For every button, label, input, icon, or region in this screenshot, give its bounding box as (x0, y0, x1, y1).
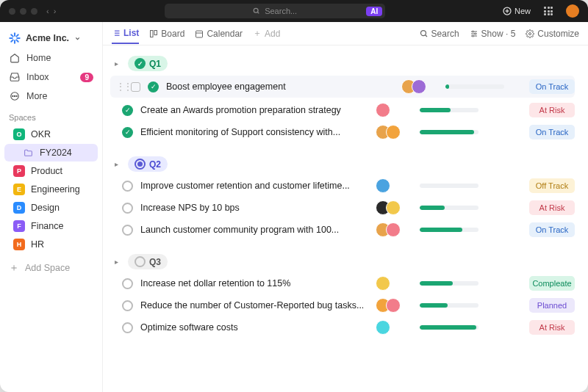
svg-line-11 (11, 40, 12, 41)
sliders-icon (470, 29, 478, 38)
toolbar-show[interactable]: Show · 5 (470, 24, 516, 43)
nav-home[interactable]: Home (0, 48, 102, 68)
task-name: Optimize software costs (140, 322, 368, 333)
group-chip: Q2 (128, 156, 168, 172)
task-row[interactable]: Launch customer community program with 1… (110, 219, 575, 241)
drag-handle-icon[interactable]: ⋮⋮ (116, 81, 123, 92)
group-chip: Q3 (128, 254, 168, 269)
task-row[interactable]: Improve customer retention and customer … (110, 175, 575, 197)
user-avatar[interactable] (566, 4, 579, 18)
plus-circle-icon (503, 7, 512, 15)
assignees (376, 320, 408, 335)
progress-bar (420, 228, 478, 232)
board-icon (149, 29, 158, 38)
sidebar-space-hr[interactable]: HHR (4, 236, 98, 253)
status-tag: On Track (529, 79, 575, 94)
group-header-q3[interactable]: ▸Q3 (110, 251, 575, 272)
sidebar-space-finance[interactable]: FFinance (4, 217, 98, 235)
svg-point-16 (16, 95, 17, 96)
svg-line-10 (16, 40, 18, 41)
space-badge: O (13, 128, 25, 140)
task-row[interactable]: Reduce the number of Customer-Reported b… (110, 294, 575, 316)
svg-point-14 (12, 95, 13, 96)
sidebar-space-fy2024[interactable]: FY2024 (4, 144, 98, 161)
progress-bar (420, 206, 478, 210)
new-button[interactable]: New (503, 7, 531, 15)
caret-icon: ▸ (110, 160, 122, 168)
status-open-icon (122, 300, 133, 311)
task-row[interactable]: Increase NPS by 10 bpsAt Risk (110, 197, 575, 219)
assignee-avatar[interactable] (412, 79, 426, 94)
view-board[interactable]: Board (149, 24, 184, 43)
task-name: Launch customer community program with 1… (140, 225, 368, 235)
assignees (376, 103, 408, 117)
apps-grid-icon[interactable] (544, 7, 553, 15)
progress-bar (420, 184, 478, 188)
nav-arrows[interactable]: ‹› (46, 7, 56, 15)
sidebar-space-okr[interactable]: OOKR (4, 126, 98, 143)
nav-more[interactable]: More (0, 87, 102, 106)
sidebar-space-product[interactable]: PProduct (4, 162, 98, 180)
assignee-avatar[interactable] (376, 178, 390, 193)
assignee-avatar[interactable] (376, 103, 390, 117)
add-space-button[interactable]: ＋ Add Space (0, 257, 102, 279)
assignee-avatar[interactable] (386, 222, 401, 237)
list-icon (112, 29, 121, 37)
view-calendar[interactable]: Calendar (195, 24, 243, 43)
space-badge: F (13, 220, 25, 232)
task-name: Increase net dollar retention to 115% (140, 278, 368, 288)
status-open-icon (122, 225, 133, 236)
group-chip: ✓Q1 (128, 56, 168, 71)
caret-icon: ▸ (110, 59, 122, 68)
view-list[interactable]: List (112, 23, 139, 44)
forward-icon[interactable]: › (54, 7, 57, 15)
status-tag: On Track (529, 222, 575, 237)
svg-point-35 (529, 32, 531, 35)
checkbox[interactable] (131, 82, 140, 92)
assignees (376, 178, 408, 193)
svg-line-9 (11, 35, 12, 36)
svg-point-15 (14, 95, 15, 96)
task-row[interactable]: Optimize software costsAt Risk (110, 316, 575, 338)
check-circle-icon: ✓ (135, 58, 146, 69)
assignee-avatar[interactable] (376, 320, 390, 335)
toolbar-search[interactable]: Search (420, 24, 459, 43)
global-search[interactable]: Search... AI (165, 4, 385, 18)
svg-line-1 (257, 12, 259, 13)
status-open-icon (122, 203, 133, 214)
svg-point-33 (474, 33, 476, 35)
window-controls[interactable] (9, 8, 37, 15)
check-circle-icon: ✓ (122, 127, 133, 138)
task-row[interactable]: ✓Efficient monitoring of Support consist… (110, 121, 575, 143)
task-name: Increase NPS by 10 bps (140, 203, 368, 213)
sidebar-space-engineering[interactable]: EEngineering (4, 181, 98, 198)
nav-inbox[interactable]: Inbox 9 (0, 68, 102, 87)
task-row[interactable]: Increase net dollar retention to 115%Com… (110, 272, 575, 294)
status-tag: Planned (529, 298, 575, 313)
group-header-q2[interactable]: ▸Q2 (110, 153, 575, 175)
tray-icon (9, 71, 21, 83)
status-tag: At Risk (529, 200, 575, 215)
space-badge: D (13, 202, 25, 214)
assignee-avatar[interactable] (376, 276, 390, 291)
toolbar-customize[interactable]: Customize (526, 24, 579, 43)
assignees (376, 276, 408, 291)
task-row[interactable]: ✓Create an Awards promotion preparation … (110, 99, 575, 121)
view-add[interactable]: ＋Add (253, 23, 280, 44)
assignee-avatar[interactable] (386, 125, 401, 139)
caret-icon: ▸ (110, 258, 122, 266)
chevron-down-icon (74, 35, 81, 42)
task-row[interactable]: ⋮⋮✓Boost employee engagementOn Track (110, 76, 575, 98)
ai-badge[interactable]: AI (366, 7, 382, 16)
assignee-avatar[interactable] (386, 200, 401, 215)
assignee-avatar[interactable] (386, 298, 401, 313)
status-tag: At Risk (529, 320, 575, 335)
sidebar: Acme Inc. Home Inbox 9 More Spaces OOKRF… (0, 22, 103, 392)
svg-rect-24 (154, 30, 157, 35)
task-name: Reduce the number of Customer-Reported b… (140, 300, 368, 311)
svg-point-32 (472, 31, 473, 32)
back-icon[interactable]: ‹ (46, 7, 49, 15)
group-header-q1[interactable]: ▸✓Q1 (110, 53, 575, 74)
sidebar-space-design[interactable]: DDesign (4, 199, 98, 217)
workspace-switcher[interactable]: Acme Inc. (0, 28, 102, 48)
